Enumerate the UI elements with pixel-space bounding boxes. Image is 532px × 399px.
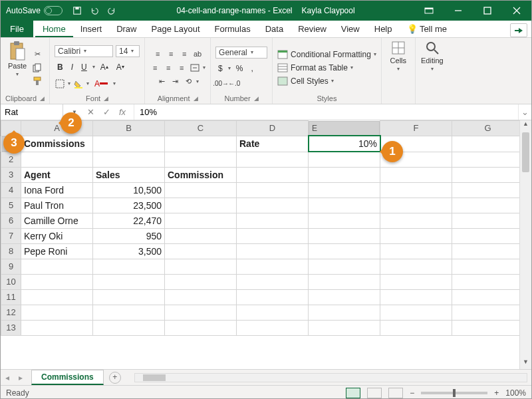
borders-icon[interactable]: [55, 78, 65, 89]
cell[interactable]: [237, 198, 309, 213]
format-as-table-button[interactable]: Format as Table▾: [277, 63, 353, 73]
zoom-in-button[interactable]: +: [494, 388, 499, 398]
percent-icon[interactable]: %: [233, 62, 246, 75]
cell[interactable]: Kerry Oki: [21, 228, 93, 243]
minimize-icon[interactable]: [444, 1, 473, 21]
cell[interactable]: [452, 259, 520, 274]
tab-help[interactable]: Help: [367, 21, 400, 37]
fill-color-icon[interactable]: [73, 78, 84, 89]
row-header[interactable]: 2: [1, 152, 21, 167]
cell[interactable]: [380, 305, 452, 320]
row-header[interactable]: 10: [1, 274, 21, 289]
cell[interactable]: [93, 289, 165, 305]
tab-home[interactable]: Home: [35, 21, 73, 37]
cell[interactable]: [237, 167, 309, 182]
cell[interactable]: [452, 213, 520, 228]
cell[interactable]: [309, 213, 380, 228]
normal-view-icon[interactable]: [346, 388, 360, 398]
add-sheet-button[interactable]: +: [109, 372, 121, 384]
cell[interactable]: [237, 213, 309, 228]
cell[interactable]: [165, 259, 237, 274]
cell[interactable]: [309, 228, 380, 243]
cell[interactable]: [452, 305, 520, 320]
paste-button[interactable]: Paste ▾: [5, 41, 29, 94]
cell[interactable]: Iona Ford: [21, 182, 93, 198]
row-header[interactable]: 13: [1, 320, 21, 335]
cell[interactable]: [380, 167, 452, 182]
cell[interactable]: Commissions: [21, 136, 93, 152]
cell[interactable]: [237, 182, 309, 198]
cell[interactable]: [309, 182, 380, 198]
comma-icon[interactable]: ,: [248, 62, 255, 75]
enter-icon[interactable]: ✓: [100, 107, 112, 117]
decrease-indent-icon[interactable]: ⇤: [156, 76, 167, 87]
cell[interactable]: [452, 243, 520, 259]
align-top-icon[interactable]: ≡: [152, 49, 163, 59]
cell[interactable]: [165, 136, 237, 152]
page-layout-view-icon[interactable]: [367, 388, 382, 398]
cell[interactable]: 950: [93, 228, 165, 243]
cell[interactable]: Pepe Roni: [21, 243, 93, 259]
cell[interactable]: Camille Orne: [21, 213, 93, 228]
cell[interactable]: [237, 320, 309, 335]
decrease-decimal-icon[interactable]: ←.0: [229, 78, 239, 89]
col-header[interactable]: D: [237, 121, 309, 136]
bold-button[interactable]: B: [55, 61, 66, 74]
tab-formulas[interactable]: Formulas: [207, 21, 258, 37]
align-right-icon[interactable]: ≡: [176, 63, 187, 73]
zoom-slider[interactable]: [421, 392, 487, 394]
cell[interactable]: [380, 320, 452, 335]
cell[interactable]: [380, 274, 452, 289]
dialog-launcher-icon[interactable]: ◢: [194, 95, 198, 102]
cell[interactable]: [21, 259, 93, 274]
tab-tellme[interactable]: 💡 Tell me: [400, 21, 455, 37]
dialog-launcher-icon[interactable]: ◢: [104, 95, 108, 102]
align-center-icon[interactable]: ≡: [163, 63, 174, 73]
col-header[interactable]: E: [309, 121, 380, 136]
cell[interactable]: [380, 213, 452, 228]
cell[interactable]: Rate: [237, 136, 309, 152]
cell[interactable]: [93, 152, 165, 167]
scroll-up-icon[interactable]: ▲: [520, 120, 531, 131]
maximize-icon[interactable]: [473, 1, 502, 21]
cell[interactable]: [21, 289, 93, 305]
col-header[interactable]: F: [380, 121, 452, 136]
align-bottom-icon[interactable]: ≡: [179, 49, 190, 59]
format-painter-icon[interactable]: [32, 76, 43, 86]
cell[interactable]: [21, 152, 93, 167]
tab-draw[interactable]: Draw: [109, 21, 144, 37]
cell[interactable]: [165, 152, 237, 167]
row-header[interactable]: 9: [1, 259, 21, 274]
col-header[interactable]: B: [93, 121, 165, 136]
cancel-icon[interactable]: ✕: [84, 107, 96, 117]
row-header[interactable]: 7: [1, 228, 21, 243]
cell[interactable]: Sales: [93, 167, 165, 182]
cells-button[interactable]: Cells▾: [386, 41, 410, 102]
cell[interactable]: [237, 152, 309, 167]
cell[interactable]: [309, 274, 380, 289]
cell[interactable]: [21, 274, 93, 289]
redo-icon[interactable]: [106, 5, 117, 16]
cell[interactable]: [380, 198, 452, 213]
merge-icon[interactable]: [190, 63, 200, 73]
cell[interactable]: [309, 198, 380, 213]
cell[interactable]: [452, 274, 520, 289]
cell[interactable]: [237, 228, 309, 243]
zoom-out-button[interactable]: −: [410, 388, 414, 398]
formula-input[interactable]: 10%: [134, 104, 518, 120]
cell[interactable]: [309, 167, 380, 182]
scroll-thumb[interactable]: [143, 374, 166, 381]
cell[interactable]: [309, 259, 380, 274]
cell[interactable]: [380, 243, 452, 259]
scroll-thumb[interactable]: [522, 132, 529, 172]
grow-font-icon[interactable]: A▴: [98, 61, 111, 74]
cell[interactable]: 22,470: [93, 213, 165, 228]
cell[interactable]: [452, 320, 520, 335]
cell[interactable]: [452, 228, 520, 243]
cell[interactable]: [380, 289, 452, 305]
align-left-icon[interactable]: ≡: [150, 63, 160, 73]
cell[interactable]: 10,500: [93, 182, 165, 198]
save-icon[interactable]: [72, 5, 82, 16]
editing-button[interactable]: Editing▾: [420, 41, 444, 102]
tab-file[interactable]: File: [1, 21, 33, 37]
